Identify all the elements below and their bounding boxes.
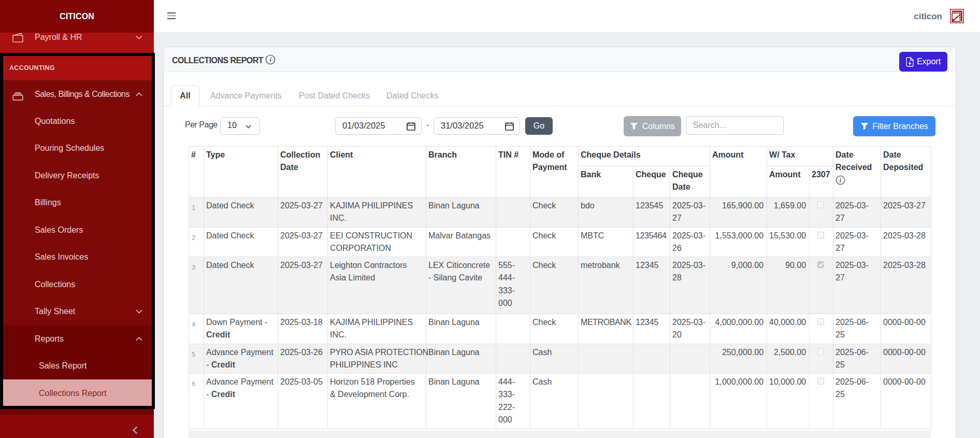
svg-text:i: i <box>269 56 271 63</box>
svg-text:i: i <box>840 176 842 183</box>
